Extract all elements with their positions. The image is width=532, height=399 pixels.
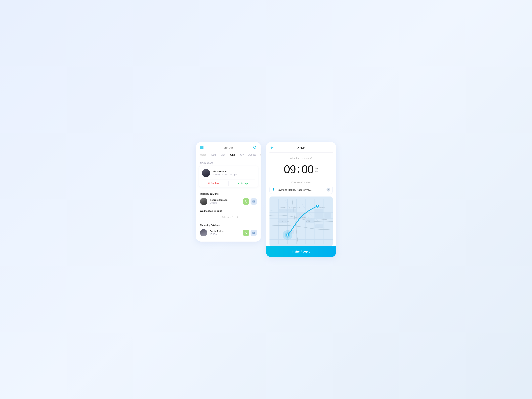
- time-colon: :: [296, 163, 302, 174]
- svg-point-40: [287, 234, 288, 235]
- event-actions-carrie: [243, 230, 257, 236]
- month-march[interactable]: March: [198, 152, 209, 157]
- pending-card: Alma Evans Sunday 17 June - 8:00pm ✕ Dec…: [199, 166, 258, 187]
- clear-location-button[interactable]: [327, 188, 330, 191]
- location-input-row[interactable]: Raymond House, Nabors Way...: [270, 186, 333, 194]
- svg-rect-25: [315, 209, 323, 218]
- date-tuesday: Tuesday 12 June: [196, 190, 261, 196]
- date-thursday: Thursday 14 June: [196, 221, 261, 228]
- pending-actions: ✕ Decline ✓ Accept: [199, 180, 258, 187]
- location-section: Choose a location Raymond House, Nabors …: [266, 179, 336, 194]
- decline-x-icon: ✕: [208, 182, 210, 184]
- pending-user-name: Alma Evans: [212, 170, 237, 173]
- event-info-george: George Samson 5:00pm: [210, 199, 241, 204]
- month-august[interactable]: August: [246, 152, 258, 157]
- svg-rect-20: [288, 209, 296, 212]
- event-actions-george: [243, 198, 257, 205]
- event-row-george: George Samson 5:00pm: [196, 196, 261, 207]
- ampm-block: AM PM: [315, 167, 318, 173]
- avatar-carrie: [200, 229, 207, 236]
- mail-button-george[interactable]: [251, 198, 257, 205]
- event-time-george: 5:00pm: [210, 202, 241, 204]
- right-card-header: DinDin: [266, 142, 336, 152]
- event-row-carrie: Carrie Potter 10:00pm: [196, 228, 261, 238]
- location-pin-icon: [272, 188, 275, 192]
- svg-text:Le Bonheur Children's: Le Bonheur Children's: [313, 226, 325, 228]
- left-card-header: DinDin: [196, 142, 261, 152]
- map-container: Poplar Ave St Mary's Cathedral Morris Pa…: [270, 196, 333, 246]
- svg-text:Urban Child Institute: Urban Child Institute: [279, 221, 289, 222]
- svg-text:St Mary's Cathedral: St Mary's Cathedral: [289, 206, 300, 208]
- pending-user-info: Alma Evans Sunday 17 June - 8:00pm: [212, 170, 237, 176]
- event-name-carrie: Carrie Potter: [210, 230, 241, 233]
- month-july[interactable]: July: [237, 152, 246, 157]
- date-wednesday: Wednesday 13 June: [196, 207, 261, 213]
- accept-check-icon: ✓: [238, 182, 240, 184]
- month-may[interactable]: May: [218, 152, 227, 157]
- phone-button-carrie[interactable]: [243, 230, 249, 236]
- phone-button-george[interactable]: [243, 198, 249, 205]
- time-minute[interactable]: 00: [302, 163, 314, 176]
- svg-text:N Pauline St: N Pauline St: [321, 219, 327, 220]
- avatar-george: [200, 198, 207, 205]
- avatar-alma: [202, 169, 210, 177]
- right-card-title: DinDin: [274, 146, 328, 150]
- time-question: What time is dinner?: [266, 153, 336, 161]
- am-label[interactable]: AM: [315, 167, 318, 170]
- months-navigation: March April May June July August Sep: [196, 152, 261, 159]
- invite-people-button[interactable]: Invite People: [266, 246, 336, 257]
- event-info-carrie: Carrie Potter 10:00pm: [210, 230, 241, 235]
- mail-button-carrie[interactable]: [251, 230, 257, 236]
- menu-icon[interactable]: [200, 146, 204, 150]
- location-label: Choose a location: [270, 181, 333, 184]
- pm-label[interactable]: PM: [315, 170, 318, 173]
- time-hour[interactable]: 09: [284, 163, 296, 176]
- svg-text:Manby Ave: Manby Ave: [319, 206, 325, 208]
- add-event-row[interactable]: + Add New Event: [196, 213, 261, 221]
- pending-user-time: Sunday 17 June - 8:00pm: [212, 173, 237, 176]
- event-time-carrie: 10:00pm: [210, 233, 241, 235]
- card-body: PENDING (3) Alma Evans Sunday 17 June - …: [196, 159, 261, 241]
- svg-text:Poplar Ave: Poplar Ave: [280, 206, 286, 208]
- add-event-label: Add New Event: [222, 216, 238, 218]
- svg-text:Hurt Walker: Hurt Walker: [306, 221, 313, 222]
- svg-rect-26: [324, 213, 331, 218]
- month-june[interactable]: June: [227, 152, 237, 157]
- right-card: DinDin What time is dinner? 09 : 00 AM P…: [266, 142, 336, 257]
- left-card-title: DinDin: [224, 146, 233, 150]
- svg-line-4: [255, 148, 257, 149]
- month-april[interactable]: April: [209, 152, 218, 157]
- map-svg: Poplar Ave St Mary's Cathedral Morris Pa…: [270, 196, 333, 246]
- back-button[interactable]: [270, 146, 274, 150]
- event-name-george: George Samson: [210, 199, 241, 201]
- left-card: DinDin March April May June July August …: [196, 142, 261, 241]
- time-display: 09 : 00 AM PM: [266, 161, 336, 179]
- svg-rect-19: [279, 209, 287, 212]
- search-icon[interactable]: [253, 146, 257, 150]
- plus-icon: +: [219, 216, 221, 219]
- svg-point-43: [317, 206, 318, 207]
- location-value: Raymond House, Nabors Way...: [277, 188, 325, 191]
- pending-label: PENDING (3): [196, 160, 261, 166]
- accept-button[interactable]: ✓ Accept: [228, 180, 258, 187]
- app-container: DinDin March April May June July August …: [189, 132, 343, 267]
- month-sep[interactable]: Sep: [258, 152, 261, 157]
- decline-button[interactable]: ✕ Decline: [199, 180, 228, 187]
- pending-user-row: Alma Evans Sunday 17 June - 8:00pm: [199, 166, 258, 180]
